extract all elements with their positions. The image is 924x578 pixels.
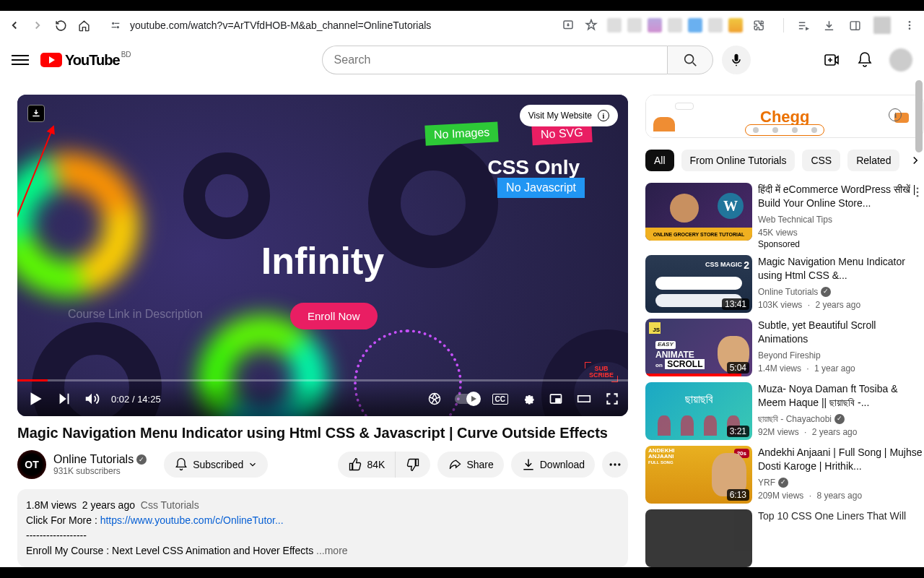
theater-button[interactable] — [576, 392, 592, 406]
extensions-icon[interactable] — [751, 18, 766, 33]
svg-point-14 — [614, 463, 616, 465]
extension-icon[interactable] — [688, 18, 702, 33]
youtube-logo[interactable]: YouTube BD — [40, 52, 120, 69]
related-channel: ছায়াছবি - Chayachobi✓ — [758, 413, 924, 426]
chip-channel[interactable]: From Online Tutorials — [681, 150, 796, 171]
related-video[interactable]: ছায়াছবি 3:21 Muza- Noya Daman ft Tosiba… — [645, 382, 924, 440]
hamburger-icon[interactable] — [12, 51, 29, 69]
video-thumbnail[interactable]: CSS MAGIC 2 13:41 — [645, 255, 752, 313]
extension-icon[interactable] — [607, 18, 622, 33]
account-avatar[interactable] — [889, 48, 912, 72]
related-video[interactable]: ANDEKHIANJAANIFULL SONG 20s 6:13 Andekhi… — [645, 446, 924, 504]
description-link[interactable]: https://www.youtube.com/c/OnlineTutor... — [100, 514, 284, 526]
description-box[interactable]: 1.8M views 2 years ago Css Tutorials Cli… — [17, 489, 628, 567]
media-icon[interactable] — [796, 18, 810, 33]
related-video[interactable]: W ONLINE GROCERY STORE TUTORIAL हिंदी मे… — [645, 183, 924, 249]
extensions — [607, 18, 743, 33]
related-video[interactable]: JS EASYANIMATEon SCROLL 5:04 Subtle, yet… — [645, 319, 924, 376]
reload-button[interactable] — [53, 18, 68, 33]
like-button[interactable]: 84K — [338, 452, 396, 478]
menu-icon[interactable] — [902, 18, 917, 33]
create-icon[interactable] — [823, 51, 840, 69]
channel-name[interactable]: Online Tutorials✓ — [53, 453, 147, 466]
install-app-icon[interactable] — [561, 18, 575, 33]
svg-point-6 — [909, 27, 911, 30]
next-button[interactable] — [56, 391, 72, 407]
extension-icon[interactable] — [648, 18, 662, 33]
download-overlay-icon[interactable] — [27, 105, 45, 122]
related-channel: Online Tutorials✓ — [758, 285, 924, 298]
svg-point-15 — [618, 463, 620, 465]
video-thumbnail[interactable]: JS EASYANIMATEon SCROLL 5:04 — [645, 319, 752, 376]
related-channel: Beyond Fireship — [758, 349, 924, 362]
site-settings-icon[interactable] — [108, 18, 123, 33]
download-icon — [521, 457, 536, 472]
video-thumbnail[interactable]: W ONLINE GROCERY STORE TUTORIAL — [645, 183, 752, 241]
verified-icon: ✓ — [778, 478, 788, 488]
video-thumbnail[interactable] — [645, 509, 752, 567]
search-input[interactable] — [322, 46, 667, 74]
sponsor-ad-box[interactable]: Chegg i Chegg Chegg Study Sponsored · ch… — [645, 95, 924, 138]
filter-chips: All From Online Tutorials CSS Related — [645, 150, 924, 171]
volume-button[interactable] — [84, 391, 100, 407]
notifications-icon[interactable] — [856, 51, 873, 69]
related-video[interactable]: CSS MAGIC 2 13:41 Magic Navigation Menu … — [645, 255, 924, 313]
captions-button[interactable]: CC — [492, 394, 508, 405]
voice-search-button[interactable] — [722, 46, 751, 74]
forward-button[interactable] — [30, 18, 45, 33]
back-button[interactable] — [7, 18, 22, 33]
svg-rect-12 — [578, 396, 590, 402]
fullscreen-button[interactable] — [605, 392, 619, 406]
related-title: Muza- Noya Daman ft Tosiba & Meem Haque … — [758, 382, 924, 410]
channel-avatar[interactable]: OT — [17, 450, 46, 479]
subscribed-button[interactable]: Subscribed — [164, 452, 268, 478]
video-player[interactable]: Infinity Course Link in Description Enro… — [17, 95, 628, 416]
ad-banner: Chegg i — [646, 95, 923, 138]
show-more[interactable]: ...more — [316, 545, 348, 556]
extension-icon[interactable] — [728, 18, 743, 33]
share-icon — [448, 457, 462, 472]
video-thumbnail[interactable]: ANDEKHIANJAANIFULL SONG 20s 6:13 — [645, 446, 752, 504]
info-icon: i — [598, 110, 609, 121]
aperture-icon[interactable] — [427, 392, 442, 406]
scrollbar[interactable] — [914, 80, 924, 567]
profile-avatar[interactable] — [873, 17, 891, 34]
chip-all[interactable]: All — [645, 150, 674, 171]
dislike-button[interactable] — [396, 452, 430, 478]
video-thumbnail[interactable]: ছায়াছবি 3:21 — [645, 382, 752, 440]
url-bar[interactable]: youtube.com/watch?v=ArTVfdHOB-M&ab_chann… — [100, 14, 526, 36]
related-channel: Web Technical Tips — [758, 213, 924, 226]
play-button[interactable] — [26, 389, 45, 408]
related-video[interactable]: Top 10 CSS One Liners That Will — [645, 509, 924, 567]
svg-point-4 — [909, 21, 911, 23]
visit-website-button[interactable]: Visit My Websitei — [520, 105, 618, 126]
settings-button[interactable] — [521, 392, 536, 406]
more-actions-button[interactable] — [602, 452, 628, 478]
sidepanel-icon[interactable] — [847, 18, 862, 33]
bookmark-icon[interactable] — [584, 18, 598, 33]
extension-icon[interactable] — [668, 18, 682, 33]
download-button[interactable]: Download — [511, 452, 595, 478]
downloads-icon[interactable] — [821, 18, 836, 33]
progress-bar[interactable] — [17, 379, 628, 381]
related-title: Subtle, yet Beautiful Scroll Animations — [758, 319, 924, 346]
related-channel: YRF✓ — [758, 476, 924, 489]
search-button[interactable] — [667, 46, 713, 74]
miniplayer-button[interactable] — [549, 392, 563, 406]
share-button[interactable]: Share — [437, 452, 503, 478]
url-text: youtube.com/watch?v=ArTVfdHOB-M&ab_chann… — [130, 20, 431, 31]
svg-point-7 — [684, 55, 693, 64]
chip-related[interactable]: Related — [847, 150, 899, 171]
related-title: Andekhi Anjaani | Full Song | Mujhse Dos… — [758, 446, 924, 473]
chip-css[interactable]: CSS — [802, 150, 840, 171]
video-title: Magic Navigation Menu Indicator using Ht… — [17, 425, 628, 441]
autoplay-toggle[interactable] — [455, 394, 479, 404]
sidebar: Chegg i Chegg Chegg Study Sponsored · ch… — [645, 95, 924, 567]
home-button[interactable] — [77, 18, 91, 33]
bell-icon — [174, 457, 188, 472]
extension-icon[interactable] — [627, 18, 642, 33]
subscriber-count: 931K subscribers — [53, 466, 147, 476]
extension-icon[interactable] — [708, 18, 723, 33]
chevron-down-icon — [248, 460, 258, 470]
related-title: Magic Navigation Menu Indicator using Ht… — [758, 255, 924, 282]
